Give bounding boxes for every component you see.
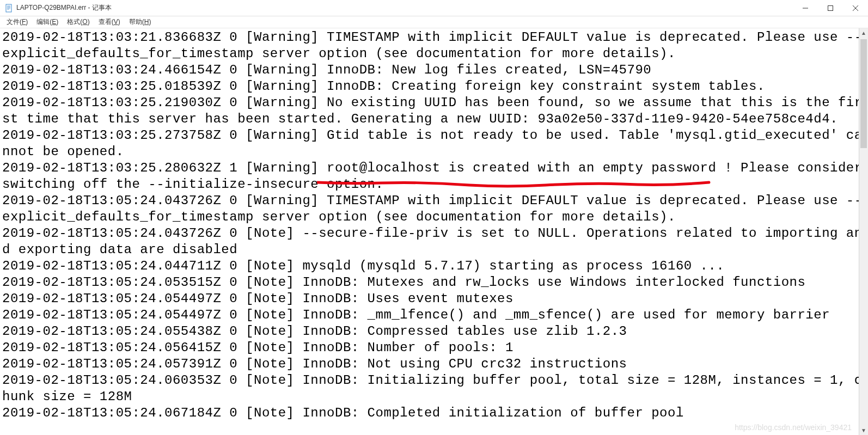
scroll-up-arrow[interactable]: ▲ <box>859 28 868 38</box>
window-title: LAPTOP-Q29BMPAI.err - 记事本 <box>16 3 112 13</box>
menubar: 文件(F) 编辑(E) 格式(O) 查看(V) 帮助(H) <box>0 16 868 28</box>
titlebar: LAPTOP-Q29BMPAI.err - 记事本 <box>0 0 868 16</box>
menu-view[interactable]: 查看(V) <box>94 16 125 28</box>
menu-file[interactable]: 文件(F) <box>2 16 32 28</box>
text-editor[interactable]: 2019-02-18T13:03:21.836683Z 0 [Warning] … <box>0 28 868 422</box>
vertical-scrollbar[interactable]: ▲ ▼ <box>859 28 868 435</box>
titlebar-left: LAPTOP-Q29BMPAI.err - 记事本 <box>4 3 112 13</box>
menu-edit[interactable]: 编辑(E) <box>32 16 63 28</box>
minimize-button[interactable] <box>793 0 818 16</box>
window-controls <box>793 0 868 16</box>
menu-help[interactable]: 帮助(H) <box>125 16 156 28</box>
close-button[interactable] <box>843 0 868 16</box>
svg-rect-6 <box>828 5 833 10</box>
scroll-down-arrow[interactable]: ▼ <box>859 426 868 435</box>
scroll-thumb[interactable] <box>860 39 867 148</box>
content-area: 2019-02-18T13:03:21.836683Z 0 [Warning] … <box>0 28 868 435</box>
menu-format[interactable]: 格式(O) <box>63 16 94 28</box>
notepad-icon <box>4 4 13 13</box>
maximize-button[interactable] <box>818 0 843 16</box>
